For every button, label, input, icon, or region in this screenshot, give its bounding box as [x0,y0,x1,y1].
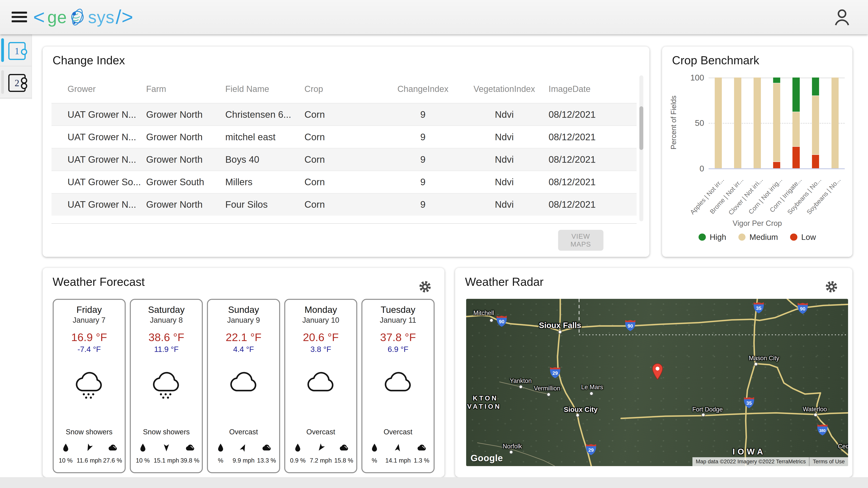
radar-settings-gear-icon[interactable] [825,280,838,293]
table-cell: Corn [304,177,386,187]
google-logo: Google [470,453,503,463]
table-row[interactable]: UAT Grower So...Grower SouthMillersCorn9… [52,171,637,193]
legend-swatch [699,234,706,241]
x-axis-title: Vigor Per Crop [662,219,852,227]
menu-hamburger-icon[interactable] [12,12,27,23]
legend-label: Low [801,233,816,242]
change-index-title: Change Index [53,54,125,67]
bar-5 [786,78,806,168]
map-city-dot [510,451,513,454]
map-city-dot [559,331,561,333]
logo-open-bracket: < [33,6,45,28]
forecast-settings-gear-icon[interactable] [418,280,432,293]
bar-segment-low [793,147,800,168]
interstate-shield-29: 29 [585,443,597,457]
low-temperature: 3.8 °F [285,345,356,354]
x-tick-label: Apples | Not irr... [689,176,725,216]
table-scrollbar-thumb[interactable] [639,106,643,150]
forecast-card-sunday: SundayJanuary 922.1 °F4.4 °FOvercast%9.9… [207,299,280,473]
terms-of-use-link[interactable]: Terms of Use [809,457,848,466]
legend-item-low: Low [790,233,816,242]
cloud-icon [305,371,337,401]
cloud-stat: 15.8 % [332,440,355,464]
high-temperature: 37.8 °F [362,331,433,344]
bar-1 [709,78,728,168]
column-header[interactable]: VegetationIndex [460,84,549,94]
page-bottom-strip [0,477,868,488]
sidebar-item-1[interactable]: 1 [0,34,32,66]
low-temperature: 4.4 °F [208,345,279,354]
user-avatar-icon[interactable] [832,7,852,28]
map-canvas[interactable]: MitchellSioux FallsYanktonVermillionLe M… [466,299,848,466]
view-maps-button[interactable]: VIEW MAPS [558,230,603,251]
column-header[interactable]: Crop [304,84,386,94]
clipped-reservation-label: KTON VATION [467,394,501,411]
y-tick-50: 50 [683,118,704,128]
page-2-icon: 2 [8,74,26,92]
legend-swatch [790,234,797,241]
precipitation-droplet-icon [62,443,69,453]
map-city-label: Norfolk [503,443,522,450]
svg-text:29: 29 [552,370,558,376]
column-header[interactable]: ChangeIndex [386,84,460,94]
cloud-stat: 27.6 % [102,440,123,464]
column-header[interactable]: Grower [67,84,146,94]
globe-icon [67,7,87,27]
interstate-shield-35: 35 [752,301,765,315]
table-cell: Grower North [146,109,225,120]
bar-segment-medium [793,112,800,147]
table-row[interactable]: UAT Grower N...Grower NorthFour SilosCor… [52,193,637,216]
table-row[interactable]: UAT Grower N...Grower NorthChristensen 6… [52,103,637,125]
legend-item-high: High [699,233,726,242]
sidebar-item-2[interactable]: 2 [0,66,32,98]
interstate-shield-35: 35 [743,396,755,409]
column-header[interactable]: Field Name [225,84,304,94]
cloud-icon [382,371,414,401]
table-cell: 08/12/2021 [549,131,632,143]
table-body: UAT Grower N...Grower NorthChristensen 6… [52,103,637,216]
interstate-shield-90: 90 [624,319,637,333]
map-city-label: Mitchell [473,309,494,316]
x-tick-label: Clover | Not irri... [727,176,764,216]
forecast-card-saturday: SaturdayJanuary 838.6 °F11.9 °FSnow show… [130,299,203,473]
svg-text:35: 35 [746,400,752,406]
low-temperature: 6.9 °F [362,345,433,354]
table-cell: 08/12/2021 [549,177,632,187]
table-cell: Corn [304,154,386,165]
table-row[interactable]: UAT Grower N...Grower NorthBoys 40Corn9N… [52,148,637,171]
bar-segment-medium [773,83,780,162]
condition-text: Overcast [285,428,356,436]
page-1-icon: 1 [8,42,26,60]
bar-segment-medium [753,78,761,168]
table-scrollbar-track[interactable] [639,75,643,221]
chart-plot-area [709,78,845,169]
table-cell: UAT Grower N... [67,154,146,165]
map-city-label: Fort Dodge [692,406,723,413]
state-label-iowa: IOWA [733,447,766,456]
svg-text:90: 90 [628,323,633,329]
day-name: Tuesday [362,304,433,315]
table-cell: Grower North [146,154,225,165]
table-cell: Four Silos [225,199,304,210]
svg-text:35: 35 [756,306,762,311]
table-partial-row: ...... [52,216,637,224]
change-index-panel: Change Index GrowerFarmField NameCropCha… [42,47,649,257]
table-cell: UAT Grower N... [67,131,146,143]
interstate-shield-380: 380 [816,423,829,437]
weather-radar-panel: Weather Radar [455,268,852,477]
column-header[interactable]: Farm [146,84,225,94]
bar-4 [767,78,786,168]
map-attribution: Map data ©2022 Imagery ©2022 TerraMetric… [692,457,848,466]
table-row[interactable]: UAT Grower N...Grower Northmitchel eastC… [52,125,637,148]
table-cell: UAT Grower So... [67,177,146,187]
map-city-dot [576,414,579,417]
column-header[interactable]: ImageDate [549,84,632,94]
table-cell: mitchel east [225,131,304,143]
crop-benchmark-panel: Crop Benchmark Percent of Fields 100 50 … [662,47,852,257]
wind-stat: 14.1 mph [385,440,411,464]
x-tick-label: Soybeans | No... [805,176,842,216]
day-stats: 10 %11.6 mph27.6 % [55,440,123,464]
day-date: January 10 [285,316,356,325]
crop-benchmark-title: Crop Benchmark [672,54,759,67]
location-pin-icon[interactable] [651,363,664,380]
